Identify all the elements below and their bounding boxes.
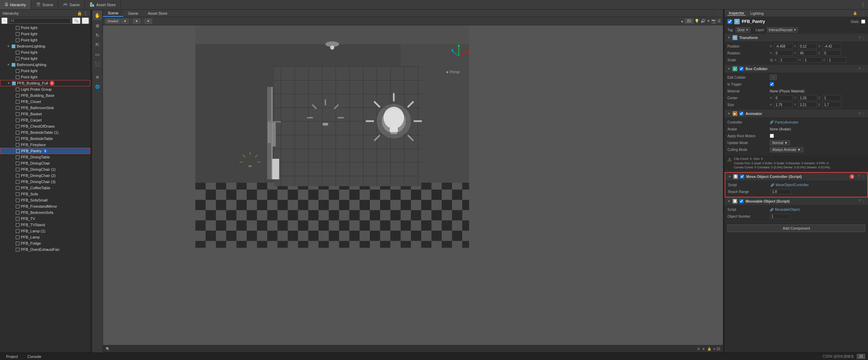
list-item[interactable]: PFB_BedsideTable [0,136,90,142]
center-tool-btn[interactable]: ⊞ [93,73,102,81]
list-item[interactable]: Point light [0,37,90,43]
moveable-object-header[interactable]: ▼ 📄 Moveable Object (Script) ? ⋮ [725,197,868,205]
scene-camera-btn[interactable]: 📷 [711,19,716,23]
list-item[interactable]: PFB_Closet [0,99,90,105]
global-tool-btn[interactable]: 🌐 [93,82,102,91]
update-mode-dropdown[interactable]: Normal ▼ [770,140,790,145]
animator-help-btn[interactable]: ? [858,112,860,116]
list-item[interactable]: Point light [0,31,90,37]
rect-tool-btn[interactable]: ▭ [93,50,102,59]
scale-y-input[interactable]: 1 [803,57,822,63]
transform-help-btn[interactable]: ? [858,36,860,40]
edit-collider-btn[interactable]: ⬛ [770,75,865,80]
list-item[interactable]: PFB_Basket [0,111,90,117]
list-item[interactable]: PFB_TV [0,216,90,222]
inspector-lock-btn[interactable]: 🔒 [853,11,857,15]
viewport-favorite-btn[interactable]: ★ [702,347,705,351]
scene-light-btn[interactable]: 💡 [695,19,699,23]
list-item[interactable]: PFB_SofaSmall [0,197,90,203]
list-item[interactable]: PFB_DiningChair (1) [0,166,90,172]
tab-asset-store-top[interactable]: 🏪 Asset Store [85,0,121,9]
scale-z-input[interactable]: 1 [827,57,846,63]
list-item[interactable]: PFB_Fridge [0,240,90,246]
size-x-input[interactable]: 1.75 [774,102,793,107]
transform-header[interactable]: ▼ T Transform ? ⋮ [725,34,868,41]
scene-persp-btn[interactable]: ● [681,19,684,23]
object-active-checkbox[interactable] [727,19,732,24]
hierarchy-lock-btn[interactable]: 🔒 [77,11,82,16]
add-component-button[interactable]: Add Component [727,224,865,232]
viewport-lock-btn[interactable]: 🔒 [707,347,711,351]
mo-help-btn[interactable]: ? [858,199,860,203]
tab-console[interactable]: Console [24,353,44,360]
list-item[interactable]: Point light [0,55,90,62]
layer-dropdown[interactable]: InteractRaycast ▼ [767,27,798,33]
scene-2d-btn[interactable]: 2D [685,18,693,24]
center-z-input[interactable]: 1 [822,95,841,101]
list-item-pfb-pantry[interactable]: PFB_Pantry 2 [0,148,90,154]
list-item[interactable]: PFB_Lamp [0,234,90,240]
move-tool-btn[interactable]: ⊕ [93,21,102,30]
shaded-btn[interactable]: Shaded [105,18,120,24]
tab-lighting[interactable]: Lighting [749,11,765,15]
tab-hierarchy[interactable]: ☰ Hierarchy [0,0,31,9]
hand-tool-btn[interactable]: ✋ [93,11,102,20]
wireframe-btn[interactable]: ▼ [121,18,129,24]
animator-enabled[interactable] [739,112,743,116]
list-item[interactable]: PFB_ChestOfDraws [0,123,90,129]
list-item[interactable]: Light Probe Group [0,86,90,92]
center-y-input[interactable]: 1.26 [798,95,817,101]
list-item[interactable]: PFB_BedsideTable (1) [0,129,90,136]
tab-scene[interactable]: Scene [103,10,123,17]
position-x-input[interactable]: -4.458 [774,43,793,49]
hierarchy-more-btn[interactable]: ⋮ [83,11,88,16]
hierarchy-filter-btn[interactable]: 🔍 [72,17,80,24]
animator-header[interactable]: ▼ ▶ Animator ? ⋮ [725,110,868,117]
moc-script-link[interactable]: MoveObjectController [776,183,809,187]
box-collider-enabled[interactable] [739,67,743,71]
tab-scene-top[interactable]: 🎬 Scene [31,0,58,9]
scene-viewport[interactable]: ◄ Persp 🔍 ⚙ ★ 🔒 ≡ 15 [103,25,723,352]
tab-game-top[interactable]: 🎮 Game [58,0,85,9]
list-item[interactable]: PFB_DiningChair [0,160,90,166]
position-z-input[interactable]: -4.42 [822,43,841,49]
list-item[interactable]: PFB_DiningChair (2) [0,172,90,179]
list-item[interactable]: PFB_BathroomSink [0,105,90,111]
list-item[interactable]: PFB_CoffeeTable [0,185,90,191]
move-object-controller-header[interactable]: ▼ 📄 Move Object Controller (Script) 3 ? … [725,173,867,180]
tab-asset-store[interactable]: Asset Store [143,10,172,17]
rotate-tool-btn[interactable]: ↻ [93,31,102,40]
fx-btn[interactable]: ▼ [144,18,152,24]
animator-more-btn[interactable]: ⋮ [862,112,865,116]
tab-game[interactable]: Game [123,10,143,17]
list-item[interactable]: PFB_FreestandMirror [0,203,90,209]
rotation-z-input[interactable]: 0 [822,50,841,56]
center-x-input[interactable]: 0 [774,95,793,101]
viewport-search-icon[interactable]: 🔍 [106,347,110,351]
list-item[interactable]: Point light [0,25,90,31]
viewport-settings-btn[interactable]: ⚙ [697,347,700,351]
scene-tab-more-btn[interactable]: ⋮ [714,11,723,15]
rotation-y-input[interactable]: 45 [798,50,817,56]
size-y-input[interactable]: 2.21 [798,102,817,107]
rotation-x-input[interactable]: 0 [774,50,793,56]
mo-script-link[interactable]: MoveableObject [775,208,800,211]
mo-more-btn[interactable]: ⋮ [862,199,865,203]
apply-root-motion-checkbox[interactable] [770,134,774,138]
culling-mode-dropdown[interactable]: Always Animate ▼ [770,147,803,152]
hierarchy-search-input[interactable] [9,18,71,24]
hierarchy-expand-btn[interactable]: ⬚ [82,17,89,24]
inspector-more-btn[interactable]: ⋮ [862,11,865,15]
box-collider-help-btn[interactable]: ? [858,67,860,71]
hierarchy-create-btn[interactable]: + [1,17,8,24]
tab-project[interactable]: Project [3,353,21,360]
static-checkbox[interactable] [861,20,865,24]
top-bar-menu-btn[interactable]: ⋮ [858,0,868,9]
list-item-bedroom-lighting[interactable]: ▼ BedroomLighting [0,43,90,49]
list-item[interactable]: PFB_DiningChair (3) [0,179,90,185]
list-item[interactable]: PFB_Sofa [0,191,90,197]
transform-tool-btn[interactable]: ⬛ [93,60,102,68]
list-item[interactable]: PFB_Lamp (1) [0,228,90,234]
edit-collider-icon[interactable]: ⬛ [770,75,777,80]
scale-x-input[interactable]: 1 [779,57,798,63]
